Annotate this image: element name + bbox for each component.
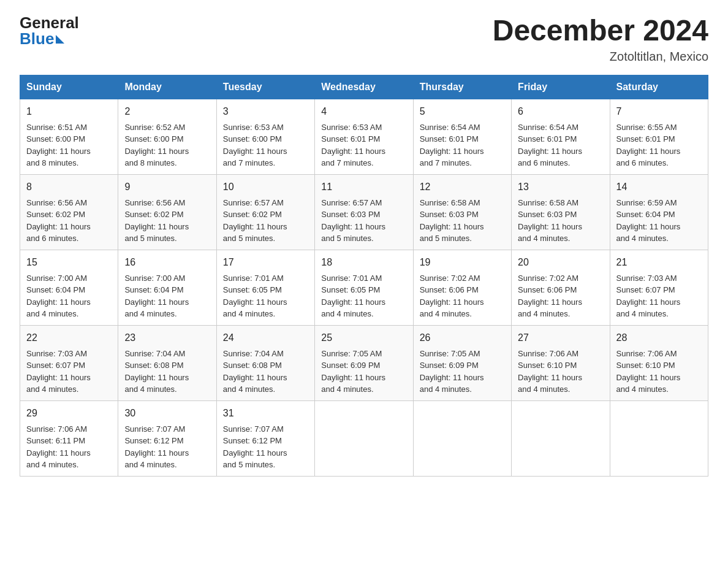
day-info: Sunrise: 7:00 AMSunset: 6:04 PMDaylight:… [26,272,112,320]
calendar-cell: 10 Sunrise: 6:57 AMSunset: 6:02 PMDaylig… [216,174,314,250]
day-number: 15 [26,255,112,270]
calendar-week-row: 1 Sunrise: 6:51 AMSunset: 6:00 PMDayligh… [20,99,708,174]
calendar-header-row: SundayMondayTuesdayWednesdayThursdayFrid… [20,75,708,99]
day-number: 23 [124,331,210,345]
day-number: 17 [223,255,308,270]
day-info: Sunrise: 7:04 AMSunset: 6:08 PMDaylight:… [124,348,210,396]
calendar-table: SundayMondayTuesdayWednesdayThursdayFrid… [20,75,708,477]
day-number: 9 [124,180,210,194]
day-info: Sunrise: 7:06 AMSunset: 6:10 PMDaylight:… [518,348,603,396]
day-number: 19 [420,255,505,270]
day-number: 7 [616,104,702,119]
calendar-cell: 26 Sunrise: 7:05 AMSunset: 6:09 PMDaylig… [413,325,511,400]
logo-arrow-icon [56,35,64,44]
day-info: Sunrise: 7:03 AMSunset: 6:07 PMDaylight:… [26,348,112,396]
calendar-cell: 11 Sunrise: 6:57 AMSunset: 6:03 PMDaylig… [315,174,413,250]
calendar-cell: 15 Sunrise: 7:00 AMSunset: 6:04 PMDaylig… [20,250,118,325]
day-info: Sunrise: 7:01 AMSunset: 6:05 PMDaylight:… [321,272,406,320]
day-number: 29 [26,406,112,421]
calendar-cell: 27 Sunrise: 7:06 AMSunset: 6:10 PMDaylig… [512,325,610,400]
day-info: Sunrise: 6:58 AMSunset: 6:03 PMDaylight:… [518,197,603,245]
day-number: 31 [223,406,308,421]
day-number: 10 [223,180,308,194]
calendar-week-row: 15 Sunrise: 7:00 AMSunset: 6:04 PMDaylig… [20,250,708,325]
day-info: Sunrise: 7:07 AMSunset: 6:12 PMDaylight:… [223,423,308,471]
day-info: Sunrise: 7:05 AMSunset: 6:09 PMDaylight:… [420,348,505,396]
calendar-cell: 28 Sunrise: 7:06 AMSunset: 6:10 PMDaylig… [610,325,708,400]
calendar-week-row: 8 Sunrise: 6:56 AMSunset: 6:02 PMDayligh… [20,174,708,250]
day-number: 14 [616,180,702,194]
col-header-thursday: Thursday [413,75,511,99]
calendar-cell: 31 Sunrise: 7:07 AMSunset: 6:12 PMDaylig… [216,400,314,476]
day-info: Sunrise: 6:55 AMSunset: 6:01 PMDaylight:… [616,121,702,169]
calendar-cell: 23 Sunrise: 7:04 AMSunset: 6:08 PMDaylig… [118,325,216,400]
day-number: 13 [518,180,603,194]
day-info: Sunrise: 7:06 AMSunset: 6:10 PMDaylight:… [616,348,702,396]
day-info: Sunrise: 6:52 AMSunset: 6:00 PMDaylight:… [124,121,210,169]
calendar-cell: 29 Sunrise: 7:06 AMSunset: 6:11 PMDaylig… [20,400,118,476]
day-number: 22 [26,331,112,345]
col-header-wednesday: Wednesday [315,75,413,99]
day-number: 2 [124,104,210,119]
day-number: 28 [616,331,702,345]
calendar-cell: 5 Sunrise: 6:54 AMSunset: 6:01 PMDayligh… [413,99,511,174]
logo-line1: General [20,15,79,31]
day-info: Sunrise: 7:07 AMSunset: 6:12 PMDaylight:… [124,423,210,471]
calendar-cell: 8 Sunrise: 6:56 AMSunset: 6:02 PMDayligh… [20,174,118,250]
calendar-cell [610,400,708,476]
calendar-cell [315,400,413,476]
calendar-cell: 6 Sunrise: 6:54 AMSunset: 6:01 PMDayligh… [512,99,610,174]
calendar-week-row: 29 Sunrise: 7:06 AMSunset: 6:11 PMDaylig… [20,400,708,476]
location-title: Zotoltitlan, Mexico [493,50,708,64]
calendar-cell: 19 Sunrise: 7:02 AMSunset: 6:06 PMDaylig… [413,250,511,325]
day-info: Sunrise: 7:02 AMSunset: 6:06 PMDaylight:… [518,272,603,320]
calendar-cell: 1 Sunrise: 6:51 AMSunset: 6:00 PMDayligh… [20,99,118,174]
day-number: 21 [616,255,702,270]
calendar-cell: 3 Sunrise: 6:53 AMSunset: 6:00 PMDayligh… [216,99,314,174]
day-number: 11 [321,180,406,194]
col-header-saturday: Saturday [610,75,708,99]
logo-line2: Blue [20,31,64,47]
calendar-cell: 13 Sunrise: 6:58 AMSunset: 6:03 PMDaylig… [512,174,610,250]
calendar-cell: 2 Sunrise: 6:52 AMSunset: 6:00 PMDayligh… [118,99,216,174]
logo: General Blue [20,15,79,47]
day-number: 12 [420,180,505,194]
day-info: Sunrise: 7:06 AMSunset: 6:11 PMDaylight:… [26,423,112,471]
day-number: 6 [518,104,603,119]
calendar-cell [413,400,511,476]
calendar-cell: 30 Sunrise: 7:07 AMSunset: 6:12 PMDaylig… [118,400,216,476]
day-info: Sunrise: 6:53 AMSunset: 6:00 PMDaylight:… [223,121,308,169]
day-number: 16 [124,255,210,270]
day-number: 26 [420,331,505,345]
day-info: Sunrise: 6:59 AMSunset: 6:04 PMDaylight:… [616,197,702,245]
calendar-cell: 16 Sunrise: 7:00 AMSunset: 6:04 PMDaylig… [118,250,216,325]
col-header-tuesday: Tuesday [216,75,314,99]
day-info: Sunrise: 6:57 AMSunset: 6:03 PMDaylight:… [321,197,406,245]
day-info: Sunrise: 6:53 AMSunset: 6:01 PMDaylight:… [321,121,406,169]
day-number: 5 [420,104,505,119]
day-info: Sunrise: 6:57 AMSunset: 6:02 PMDaylight:… [223,197,308,245]
day-info: Sunrise: 6:54 AMSunset: 6:01 PMDaylight:… [420,121,505,169]
day-info: Sunrise: 6:54 AMSunset: 6:01 PMDaylight:… [518,121,603,169]
day-number: 1 [26,104,112,119]
day-info: Sunrise: 7:03 AMSunset: 6:07 PMDaylight:… [616,272,702,320]
calendar-cell: 12 Sunrise: 6:58 AMSunset: 6:03 PMDaylig… [413,174,511,250]
calendar-cell: 4 Sunrise: 6:53 AMSunset: 6:01 PMDayligh… [315,99,413,174]
day-number: 30 [124,406,210,421]
day-number: 4 [321,104,406,119]
calendar-cell: 17 Sunrise: 7:01 AMSunset: 6:05 PMDaylig… [216,250,314,325]
calendar-cell: 20 Sunrise: 7:02 AMSunset: 6:06 PMDaylig… [512,250,610,325]
title-block: December 2024 Zotoltitlan, Mexico [493,15,708,64]
day-info: Sunrise: 6:51 AMSunset: 6:00 PMDaylight:… [26,121,112,169]
day-info: Sunrise: 7:04 AMSunset: 6:08 PMDaylight:… [223,348,308,396]
day-info: Sunrise: 6:56 AMSunset: 6:02 PMDaylight:… [26,197,112,245]
calendar-cell: 9 Sunrise: 6:56 AMSunset: 6:02 PMDayligh… [118,174,216,250]
calendar-cell: 14 Sunrise: 6:59 AMSunset: 6:04 PMDaylig… [610,174,708,250]
calendar-cell: 25 Sunrise: 7:05 AMSunset: 6:09 PMDaylig… [315,325,413,400]
day-number: 24 [223,331,308,345]
day-info: Sunrise: 7:05 AMSunset: 6:09 PMDaylight:… [321,348,406,396]
calendar-week-row: 22 Sunrise: 7:03 AMSunset: 6:07 PMDaylig… [20,325,708,400]
day-number: 27 [518,331,603,345]
day-number: 8 [26,180,112,194]
day-info: Sunrise: 7:01 AMSunset: 6:05 PMDaylight:… [223,272,308,320]
